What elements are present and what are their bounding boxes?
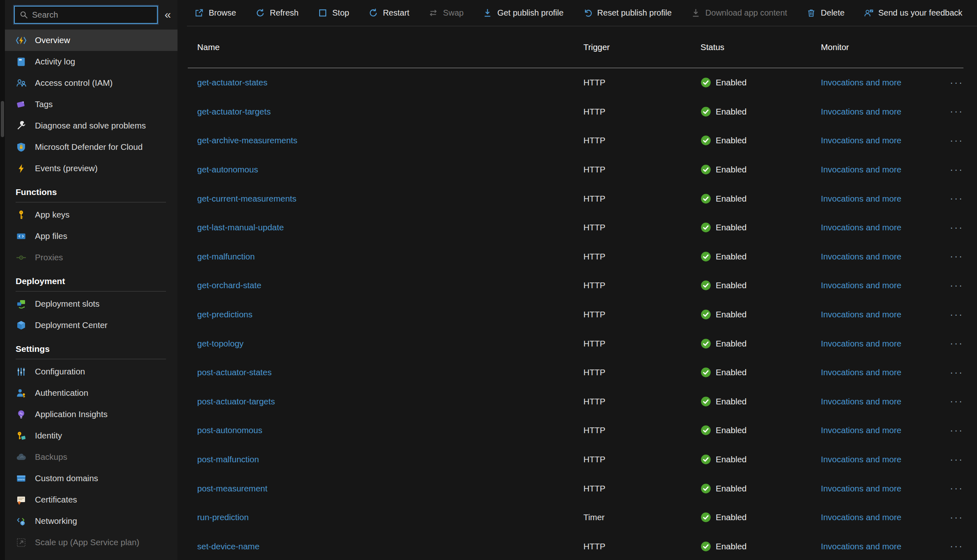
scrollbar-thumb[interactable] [1, 101, 4, 137]
monitor-link[interactable]: Invocations and more [821, 367, 901, 377]
status-label: Enabled [716, 339, 747, 349]
sidebar-item-identity[interactable]: Identity [5, 425, 177, 446]
monitor-link[interactable]: Invocations and more [821, 165, 901, 174]
sidebar-item-custom-domains[interactable]: WWW Custom domains [5, 468, 177, 489]
status-label: Enabled [716, 107, 747, 117]
sidebar-item-tags[interactable]: Tags [5, 94, 177, 115]
row-menu-button[interactable]: ··· [950, 165, 963, 174]
function-name-link[interactable]: get-predictions [197, 310, 252, 319]
get-publish-profile-button[interactable]: Get publish profile [482, 8, 563, 18]
function-name-link[interactable]: get-actuator-states [197, 78, 267, 87]
check-circle-icon [700, 280, 711, 291]
sidebar-item-configuration[interactable]: Configuration [5, 361, 177, 382]
sidebar-item-scale-out[interactable]: Scale out [5, 553, 177, 560]
function-name-link[interactable]: get-last-manual-update [197, 223, 284, 232]
sidebar-item-application-insights[interactable]: Application Insights [5, 404, 177, 425]
sidebar-collapse-button[interactable]: « [164, 9, 171, 21]
row-menu-button[interactable]: ··· [950, 454, 963, 464]
sidebar-item-app-files[interactable]: App files [5, 225, 177, 247]
deployment-slots-icon [16, 298, 27, 310]
row-menu-button[interactable]: ··· [950, 425, 963, 435]
reset-publish-profile-button[interactable]: Reset publish profile [583, 8, 672, 18]
row-menu-button[interactable]: ··· [950, 135, 963, 145]
row-menu-button[interactable]: ··· [950, 541, 963, 551]
delete-button[interactable]: Delete [806, 8, 845, 18]
function-name-link[interactable]: post-malfunction [197, 454, 259, 464]
function-name-link[interactable]: post-autonomous [197, 425, 262, 435]
status-label: Enabled [716, 484, 747, 493]
monitor-link[interactable]: Invocations and more [821, 310, 901, 319]
sidebar-item-networking[interactable]: Networking [5, 510, 177, 532]
sidebar-item-diagnose-and-solve-problems[interactable]: Diagnose and solve problems [5, 115, 177, 136]
sidebar-item-microsoft-defender-for-cloud[interactable]: Microsoft Defender for Cloud [5, 136, 177, 158]
send-us-your-feedback-button[interactable]: Send us your feedback [864, 8, 963, 18]
app-keys-icon [16, 209, 27, 220]
monitor-link[interactable]: Invocations and more [821, 252, 901, 261]
search-input-wrapper [14, 6, 158, 24]
sidebar-item-deployment-center[interactable]: Deployment Center [5, 314, 177, 336]
monitor-link[interactable]: Invocations and more [821, 194, 901, 203]
function-name-link[interactable]: set-device-name [197, 542, 260, 551]
function-name-link[interactable]: run-prediction [197, 512, 249, 522]
column-header-status: Status [700, 42, 821, 52]
search-input[interactable] [32, 10, 153, 20]
row-menu-button[interactable]: ··· [950, 251, 963, 261]
sidebar-item-deployment-slots[interactable]: Deployment slots [5, 293, 177, 314]
monitor-link[interactable]: Invocations and more [821, 280, 901, 290]
row-menu-button[interactable]: ··· [950, 280, 963, 290]
function-name-link[interactable]: get-archive-measurements [197, 135, 297, 145]
row-menu-button[interactable]: ··· [950, 483, 963, 493]
trigger-cell: HTTP [583, 252, 700, 262]
status-label: Enabled [716, 397, 747, 406]
trigger-cell: Timer [583, 512, 700, 522]
sidebar-item-overview[interactable]: Overview [5, 30, 177, 51]
monitor-link[interactable]: Invocations and more [821, 78, 901, 87]
monitor-link[interactable]: Invocations and more [821, 339, 901, 348]
function-name-link[interactable]: post-actuator-states [197, 367, 272, 377]
row-menu-button[interactable]: ··· [950, 223, 963, 232]
app-files-icon [16, 231, 27, 242]
function-name-link[interactable]: get-current-measurements [197, 194, 297, 203]
sidebar-item-app-keys[interactable]: App keys [5, 204, 177, 225]
monitor-link[interactable]: Invocations and more [821, 223, 901, 232]
swap-icon [428, 8, 438, 18]
refresh-button[interactable]: Refresh [255, 8, 299, 18]
sidebar-item-activity-log[interactable]: Activity log [5, 51, 177, 72]
sidebar-item-access-control-iam[interactable]: Access control (IAM) [5, 72, 177, 94]
browse-button[interactable]: Browse [194, 8, 236, 18]
monitor-link[interactable]: Invocations and more [821, 425, 901, 435]
table-row: get-last-manual-update HTTP Enabled Invo… [188, 213, 963, 242]
row-menu-button[interactable]: ··· [950, 367, 963, 377]
row-menu-button[interactable]: ··· [950, 106, 963, 116]
row-menu-button[interactable]: ··· [950, 396, 963, 406]
monitor-link[interactable]: Invocations and more [821, 454, 901, 464]
function-name-link[interactable]: post-measurement [197, 484, 267, 493]
trigger-cell: HTTP [583, 425, 700, 435]
row-menu-button[interactable]: ··· [950, 338, 963, 348]
sidebar-item-authentication[interactable]: Authentication [5, 382, 177, 404]
sidebar-item-certificates[interactable]: Certificates [5, 489, 177, 510]
monitor-link[interactable]: Invocations and more [821, 135, 901, 145]
monitor-link[interactable]: Invocations and more [821, 542, 901, 551]
status-cell: Enabled [700, 425, 821, 436]
row-menu-button[interactable]: ··· [950, 193, 963, 203]
function-name-link[interactable]: get-topology [197, 339, 244, 348]
monitor-link[interactable]: Invocations and more [821, 484, 901, 493]
restart-button[interactable]: Restart [368, 8, 409, 18]
row-menu-button[interactable]: ··· [950, 310, 963, 319]
function-name-link[interactable]: post-actuator-targets [197, 397, 275, 406]
configuration-icon [16, 366, 27, 377]
row-menu-button[interactable]: ··· [950, 78, 963, 87]
function-name-link[interactable]: get-malfunction [197, 252, 255, 261]
monitor-link[interactable]: Invocations and more [821, 397, 901, 406]
monitor-link[interactable]: Invocations and more [821, 107, 901, 116]
row-menu-button[interactable]: ··· [950, 512, 963, 522]
sidebar-item-events-preview[interactable]: Events (preview) [5, 158, 177, 179]
sidebar-item-backups: Backups [5, 446, 177, 468]
sidebar-scrollbar[interactable] [0, 0, 5, 560]
stop-button[interactable]: Stop [318, 8, 349, 18]
monitor-link[interactable]: Invocations and more [821, 512, 901, 522]
function-name-link[interactable]: get-orchard-state [197, 280, 261, 290]
function-name-link[interactable]: get-autonomous [197, 165, 258, 174]
function-name-link[interactable]: get-actuator-targets [197, 107, 271, 116]
